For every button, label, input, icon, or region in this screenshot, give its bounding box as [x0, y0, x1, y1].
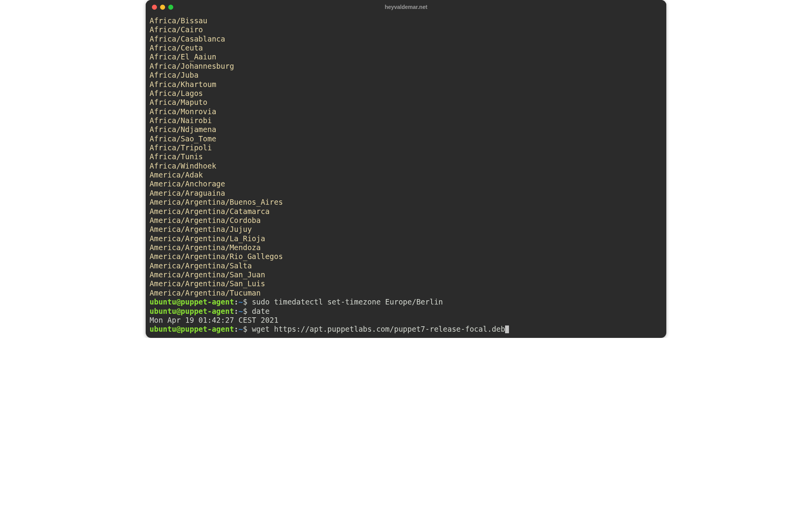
output-line: Africa/Nairobi: [150, 116, 662, 125]
output-line: America/Argentina/Tucuman: [150, 289, 662, 298]
prompt-dollar: $: [243, 325, 252, 333]
output-line: Africa/Casablanca: [150, 35, 662, 44]
cursor-icon: [505, 325, 509, 333]
terminal-window: heyvaldemar.net Africa/BissauAfrica/Cair…: [146, 0, 666, 338]
prompt-user: ubuntu@puppet-agent: [150, 325, 234, 333]
output-line: Africa/Lagos: [150, 89, 662, 98]
output-line: America/Argentina/Mendoza: [150, 243, 662, 252]
output-line: Africa/Johannesburg: [150, 62, 662, 71]
output-line: America/Argentina/Jujuy: [150, 225, 662, 234]
window-title: heyvaldemar.net: [146, 4, 666, 10]
command-text: wget https://apt.puppetlabs.com/puppet7-…: [252, 325, 505, 333]
output-line: America/Argentina/Salta: [150, 261, 662, 270]
prompt-dollar: $: [243, 298, 252, 306]
output-line: America/Anchorage: [150, 179, 662, 188]
traffic-lights: [152, 5, 173, 10]
output-line: America/Araguaina: [150, 189, 662, 198]
output-line: Africa/Sao_Tome: [150, 134, 662, 143]
output-line: Africa/Windhoek: [150, 162, 662, 171]
output-line: Africa/Tunis: [150, 152, 662, 161]
titlebar: heyvaldemar.net: [146, 0, 666, 14]
prompt-colon: :: [234, 307, 238, 315]
prompt-user: ubuntu@puppet-agent: [150, 307, 234, 315]
prompt-line: ubuntu@puppet-agent:~$ date: [150, 307, 662, 316]
prompt-path: ~: [239, 325, 243, 333]
output-line: Africa/Bissau: [150, 16, 662, 25]
output-line: America/Argentina/Rio_Gallegos: [150, 252, 662, 261]
output-line: America/Adak: [150, 171, 662, 179]
terminal-output[interactable]: Africa/BissauAfrica/CairoAfrica/Casablan…: [146, 14, 666, 338]
date-output: Mon Apr 19 01:42:27 CEST 2021: [150, 316, 662, 325]
minimize-icon[interactable]: [160, 5, 165, 10]
output-line: America/Argentina/Catamarca: [150, 207, 662, 216]
output-line: Africa/Ndjamena: [150, 125, 662, 134]
prompt-line: ubuntu@puppet-agent:~$ wget https://apt.…: [150, 325, 662, 334]
prompt-colon: :: [234, 325, 238, 333]
output-line: America/Argentina/La_Rioja: [150, 234, 662, 243]
output-line: America/Argentina/Cordoba: [150, 216, 662, 225]
prompt-user: ubuntu@puppet-agent: [150, 298, 234, 306]
output-line: Africa/Ceuta: [150, 44, 662, 52]
command-text: date: [252, 307, 270, 315]
output-line: Africa/El_Aaiun: [150, 52, 662, 61]
maximize-icon[interactable]: [168, 5, 173, 10]
prompt-path: ~: [239, 307, 243, 315]
output-line: America/Argentina/San_Luis: [150, 279, 662, 288]
output-line: Africa/Juba: [150, 71, 662, 80]
output-line: Africa/Monrovia: [150, 107, 662, 116]
output-line: Africa/Khartoum: [150, 80, 662, 89]
output-line: Africa/Maputo: [150, 98, 662, 107]
output-line: Africa/Tripoli: [150, 143, 662, 152]
close-icon[interactable]: [152, 5, 157, 10]
command-text: sudo timedatectl set-timezone Europe/Ber…: [252, 298, 443, 306]
prompt-path: ~: [239, 298, 243, 306]
prompt-colon: :: [234, 298, 238, 306]
output-line: America/Argentina/Buenos_Aires: [150, 198, 662, 207]
output-line: America/Argentina/San_Juan: [150, 270, 662, 279]
output-line: Africa/Cairo: [150, 25, 662, 34]
prompt-line: ubuntu@puppet-agent:~$ sudo timedatectl …: [150, 298, 662, 306]
prompt-dollar: $: [243, 307, 252, 315]
